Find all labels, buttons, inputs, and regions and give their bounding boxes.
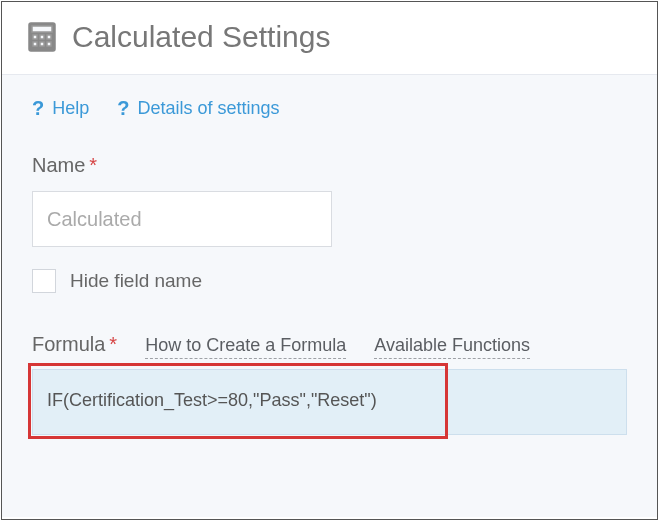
formula-section: Formula* How to Create a Formula Availab…	[2, 293, 657, 435]
formula-label-row: Formula* How to Create a Formula Availab…	[32, 333, 627, 359]
help-link[interactable]: ? Help	[32, 97, 89, 120]
hide-field-label: Hide field name	[70, 270, 202, 292]
svg-rect-3	[40, 35, 44, 39]
header: Calculated Settings	[2, 2, 657, 74]
formula-input[interactable]: IF(Certification_Test>=80,"Pass","Reset"…	[32, 369, 627, 435]
howto-formula-link[interactable]: How to Create a Formula	[145, 335, 346, 359]
required-marker: *	[89, 154, 97, 176]
hide-field-row: Hide field name	[32, 269, 627, 293]
available-functions-link[interactable]: Available Functions	[374, 335, 530, 359]
name-section: Name* Hide field name	[2, 144, 657, 293]
details-link[interactable]: ? Details of settings	[117, 97, 279, 120]
settings-panel: Calculated Settings ? Help ? Details of …	[1, 1, 658, 520]
question-icon: ?	[32, 97, 44, 120]
details-link-label: Details of settings	[137, 98, 279, 119]
formula-label: Formula*	[32, 333, 117, 356]
formula-box-wrap: IF(Certification_Test>=80,"Pass","Reset"…	[32, 369, 627, 435]
hide-field-checkbox[interactable]	[32, 269, 56, 293]
svg-rect-2	[33, 35, 37, 39]
help-link-label: Help	[52, 98, 89, 119]
svg-rect-1	[32, 26, 52, 32]
name-label-text: Name	[32, 154, 85, 176]
formula-label-text: Formula	[32, 333, 105, 355]
svg-rect-4	[47, 35, 51, 39]
svg-rect-7	[47, 42, 51, 46]
svg-rect-6	[40, 42, 44, 46]
help-row: ? Help ? Details of settings	[2, 75, 657, 144]
svg-rect-5	[33, 42, 37, 46]
name-input[interactable]	[32, 191, 332, 247]
question-icon: ?	[117, 97, 129, 120]
required-marker: *	[109, 333, 117, 355]
body: ? Help ? Details of settings Name* Hide …	[2, 74, 657, 517]
page-title: Calculated Settings	[72, 20, 331, 54]
calculator-icon	[26, 21, 58, 53]
name-label: Name*	[32, 154, 627, 177]
